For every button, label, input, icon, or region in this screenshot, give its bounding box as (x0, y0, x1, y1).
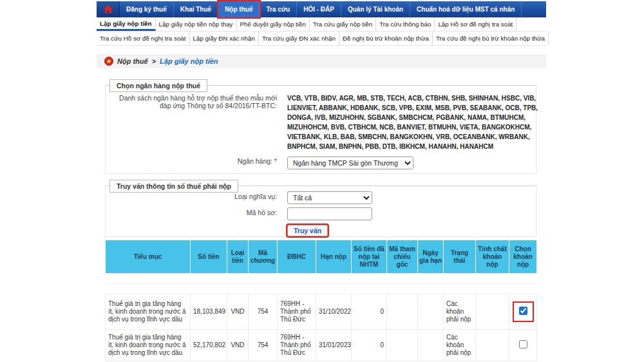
tab-lap-giay-nop-tien-nop-thay[interactable]: Lập giấy nộp tiền nộp thay (156, 17, 237, 31)
select-payment-checkbox[interactable] (519, 340, 527, 348)
cell-trang-thai: Các khoản phải nộp (444, 330, 476, 361)
cell-da-nop-nhtm: 0 (352, 294, 387, 330)
obligation-select[interactable]: Tất cả (287, 191, 372, 204)
col-ma-chuong: Mã chương (249, 240, 278, 274)
tax-results-table: Tiểu mục Số tiền Loại tiền Mã chương ĐBH… (105, 240, 537, 361)
select-payment-checkbox[interactable] (519, 307, 527, 315)
cell-han-nop: 31/01/2023 (316, 330, 352, 361)
cell-loai-tien: VND (227, 294, 249, 330)
nav-item-khai-thue[interactable]: Khai Thuế (174, 1, 218, 17)
cell-da-nop-nhtm: 0 (352, 330, 387, 361)
cell-chon-khoan-nop (509, 294, 537, 330)
bank-section-title: Chọn ngân hàng nộp thuế (109, 79, 207, 92)
cell-ngay-gia-han (418, 330, 444, 361)
cell-so-tien: 52,170,802 (191, 330, 227, 361)
annotation-highlight (513, 301, 534, 322)
tab-tra-cuu-giay-nop-tien[interactable]: Tra cứu giấy nộp tiền (310, 17, 376, 31)
tab-phe-duyet-giay-nop-tien[interactable]: Phê duyệt giấy nộp tiền (237, 17, 310, 31)
query-section-title: Truy vấn thông tin số thuế phải nộp (109, 180, 238, 193)
tab-lap-giay-dn-xac-nhan[interactable]: Lập giấy ĐN xác nhận (190, 32, 259, 45)
top-navbar: Đăng ký thuế Khai Thuế Nộp thuế Tra cứu … (97, 1, 546, 17)
bank-selection-section: Chọn ngân hàng nộp thuế Danh sách ngân h… (105, 85, 536, 174)
home-icon (104, 5, 113, 14)
nav-item-dang-ky-thue[interactable]: Đăng ký thuế (120, 1, 174, 17)
col-da-nop-nhtm: Số tiền đã nộp tại NHTM (352, 240, 387, 274)
tab-de-nghi-bu-tru-khoan-nop-thua[interactable]: Đề nghị bù trừ khoản nộp thừa (339, 32, 433, 45)
subnav-row1: Lập giấy nộp tiền Lập giấy nộp tiền nộp … (97, 17, 546, 32)
col-dbhc: ĐBHC (278, 240, 316, 274)
tab-tra-cuu-ho-so-de-nghi-tra-soat[interactable]: Tra cứu Hồ sơ đề nghị tra soát (97, 32, 190, 45)
tab-lap-giay-nop-tien[interactable]: Lập giấy nộp tiền (97, 17, 156, 31)
cell-dbhc: 769HH - Thành phố Thủ Đức (278, 294, 316, 330)
national-emblem-icon: ★ (104, 57, 113, 66)
cell-tinh-chat (476, 330, 509, 361)
tab-lap-ho-so-de-nghi-tra-soat[interactable]: Lập Hồ sơ đề nghị tra soát (435, 17, 516, 31)
bank-field-label: Ngân hàng: * (106, 154, 282, 166)
nav-item-hoi-dap[interactable]: HỎI - ĐÁP (297, 1, 341, 17)
breadcrumb-current-link[interactable]: Lập giấy nộp tiền (160, 57, 218, 65)
cell-ngay-gia-han (418, 294, 444, 330)
cell-trang-thai: Các khoản phải nộp (444, 294, 476, 330)
nav-item-chuan-hoa-mst[interactable]: Chuẩn hoá dữ liệu MST cá nhân (410, 1, 522, 17)
empty-row (106, 284, 537, 294)
cell-loai-tien: VND (227, 330, 249, 361)
cell-han-nop: 31/10/2022 (316, 294, 352, 330)
table-row: Thuế giá trị gia tăng hàng ít, kinh doan… (106, 330, 537, 361)
cell-so-tien: 18,103,849 (191, 294, 227, 330)
bank-list-label: Danh sách ngân hàng hỗ trợ nộp thuế theo… (106, 91, 282, 111)
breadcrumb-separator: > (152, 57, 156, 65)
query-button-row: Truy vấn (106, 223, 536, 238)
nav-item-tra-cuu[interactable]: Tra cứu (260, 1, 297, 17)
cell-ma-tham-chieu (387, 294, 418, 330)
cell-chon-khoan-nop (509, 330, 537, 361)
tab-tra-cuu-giay-dn-xac-nhan[interactable]: Tra cứu giấy ĐN xác nhận (259, 32, 339, 45)
required-asterisk: * (274, 157, 277, 165)
tax-query-section: Truy vấn thông tin số thuế phải nộp Loại… (105, 186, 536, 237)
col-ngay-gia-han: Ngày gia hạn (418, 240, 444, 274)
nav-item-quan-ly-tai-khoan[interactable]: Quản lý Tài khoản (341, 1, 410, 17)
breadcrumb: ★ Nộp thuế > Lập giấy nộp tiền (97, 54, 546, 68)
checkbox-wrap (514, 336, 533, 354)
home-button[interactable] (97, 1, 120, 17)
col-tinh-chat: Tính chất khoản nộp (476, 240, 509, 274)
tab-tra-cuu-thong-bao[interactable]: Tra cứu thông báo (376, 17, 435, 31)
bank-list-row: Danh sách ngân hàng hỗ trợ nộp thuế theo… (106, 91, 536, 153)
bank-select[interactable]: Ngân hàng TMCP Sài gòn Thương Tín (287, 157, 413, 169)
empty-row (106, 274, 537, 284)
col-tieu-muc: Tiểu mục (106, 240, 191, 274)
cell-tieu-muc: Thuế giá trị gia tăng hàng ít, kinh doan… (106, 294, 191, 330)
tab-tra-cuu-de-nghi-bu-tru[interactable]: Tra cứu đề nghị bù trừ khoản nộp thừa (433, 32, 549, 45)
cell-tinh-chat (476, 294, 509, 330)
etax-portal-page: Đăng ký thuế Khai Thuế Nộp thuế Tra cứu … (0, 0, 644, 362)
col-chon-khoan-nop: Chọn khoản nộp (509, 240, 537, 274)
cell-ma-chuong: 754 (249, 330, 278, 361)
col-ma-tham-chieu: Mã tham chiếu gốc (387, 240, 418, 274)
col-so-tien: Số tiền (191, 240, 227, 274)
cell-tieu-muc: Thuế giá trị gia tăng hàng ít, kinh doan… (106, 330, 191, 361)
bank-list-value: VCB, VTB, BIDV, AGR, MB, STB, TECH, ACB,… (287, 93, 540, 151)
col-loai-tien: Loại tiền (227, 240, 249, 274)
col-trang-thai: Trạng thái (444, 240, 476, 274)
query-button[interactable]: Truy vấn (287, 225, 328, 236)
doc-code-input[interactable] (287, 207, 372, 220)
col-han-nop: Hạn nộp (316, 240, 352, 274)
table-row: Thuế giá trị gia tăng hàng ít, kinh doan… (106, 294, 537, 330)
cell-ma-tham-chieu (387, 330, 418, 361)
cell-dbhc: 769HH - Thành phố Thủ Đức (278, 330, 316, 361)
table-header-row: Tiểu mục Số tiền Loại tiền Mã chương ĐBH… (106, 240, 537, 274)
doc-code-row: Mã hồ sơ: (106, 207, 536, 222)
cell-ma-chuong: 754 (249, 294, 278, 330)
breadcrumb-root: Nộp thuế (117, 57, 148, 65)
doc-code-label: Mã hồ sơ: (106, 207, 282, 218)
subnav-row2: Tra cứu Hồ sơ đề nghị tra soát Lập giấy … (97, 32, 546, 46)
bank-select-row: Ngân hàng: * Ngân hàng TMCP Sài gòn Thươ… (106, 154, 536, 171)
nav-item-nop-thue[interactable]: Nộp thuế (218, 1, 260, 17)
